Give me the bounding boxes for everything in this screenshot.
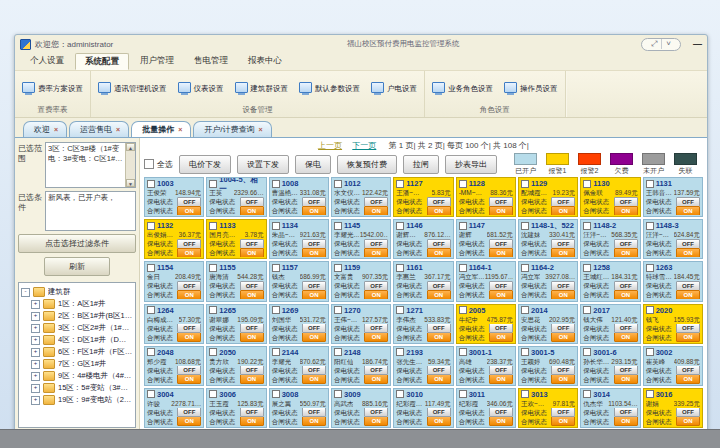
protect-off-button[interactable]: OFF	[177, 366, 201, 375]
selected-range-listbox[interactable]: 3区：C区3#楼（1#变电：3#变电：C区1#… ▲ ▼	[45, 142, 136, 188]
close-on-button[interactable]: ON	[427, 206, 451, 215]
close-on-button[interactable]: ON	[614, 333, 638, 342]
close-on-button[interactable]: ON	[240, 333, 264, 342]
protect-off-button[interactable]: OFF	[427, 281, 451, 290]
protect-off-button[interactable]: OFF	[240, 239, 264, 248]
ribbon-button[interactable]: 通讯管理机设置	[96, 80, 169, 98]
minimize-icon[interactable]: —	[693, 40, 702, 48]
protect-off-button[interactable]: OFF	[364, 408, 388, 417]
protect-off-button[interactable]: OFF	[302, 324, 326, 333]
card-checkbox[interactable]	[521, 348, 529, 356]
protect-off-button[interactable]: OFF	[302, 408, 326, 417]
protect-off-button[interactable]: OFF	[551, 239, 575, 248]
card-checkbox[interactable]	[147, 180, 155, 188]
protect-off-button[interactable]: OFF	[676, 366, 700, 375]
protect-off-button[interactable]: OFF	[427, 197, 451, 206]
close-on-button[interactable]: ON	[177, 248, 201, 257]
close-on-button[interactable]: ON	[364, 333, 388, 342]
close-on-button[interactable]: ON	[551, 290, 575, 299]
ribbon-button[interactable]: 费率方案设置	[20, 80, 85, 98]
expander-closed-icon[interactable]: +	[31, 384, 40, 393]
close-on-button[interactable]: ON	[240, 206, 264, 215]
close-on-button[interactable]: ON	[676, 290, 700, 299]
protect-off-button[interactable]: OFF	[427, 408, 451, 417]
card-checkbox[interactable]	[334, 390, 342, 398]
close-on-button[interactable]: ON	[676, 417, 700, 426]
protect-off-button[interactable]: OFF	[676, 408, 700, 417]
protect-off-button[interactable]: OFF	[614, 408, 638, 417]
close-on-button[interactable]: ON	[177, 417, 201, 426]
prev-page-link[interactable]: 上一页	[318, 141, 342, 150]
close-on-button[interactable]: ON	[364, 417, 388, 426]
tree-item-2[interactable]: +3区：C区2#井（1#变…	[21, 322, 133, 334]
close-on-button[interactable]: ON	[676, 333, 700, 342]
close-on-button[interactable]: ON	[489, 417, 513, 426]
protect-off-button[interactable]: OFF	[177, 324, 201, 333]
card-checkbox[interactable]	[209, 306, 217, 314]
protect-off-button[interactable]: OFF	[614, 239, 638, 248]
protect-off-button[interactable]: OFF	[240, 281, 264, 290]
card-checkbox[interactable]	[583, 306, 591, 314]
selected-condition-box[interactable]: 新风表，已开户表，	[45, 191, 136, 231]
protect-off-button[interactable]: OFF	[551, 197, 575, 206]
close-on-button[interactable]: ON	[177, 375, 201, 384]
protect-off-button[interactable]: OFF	[364, 324, 388, 333]
close-icon[interactable]: ×	[54, 126, 58, 133]
close-on-button[interactable]: ON	[177, 290, 201, 299]
protect-off-button[interactable]: OFF	[489, 408, 513, 417]
select-all[interactable]: 全选	[144, 159, 173, 170]
refresh-button[interactable]: 刷新	[44, 257, 110, 276]
card-checkbox[interactable]	[583, 348, 591, 356]
ribbon-button[interactable]: 业务角色设置	[430, 80, 495, 98]
close-on-button[interactable]: ON	[364, 290, 388, 299]
card-checkbox[interactable]	[147, 264, 155, 272]
card-checkbox[interactable]	[209, 180, 217, 188]
choose-filter-button[interactable]: 点击选择过滤条件	[18, 234, 136, 253]
close-on-button[interactable]: ON	[676, 248, 700, 257]
card-checkbox[interactable]	[147, 222, 155, 230]
card-checkbox[interactable]	[147, 390, 155, 398]
protect-off-button[interactable]: OFF	[489, 197, 513, 206]
card-checkbox[interactable]	[334, 306, 342, 314]
batch-button-2[interactable]: 保电	[295, 155, 331, 174]
card-checkbox[interactable]	[646, 348, 654, 356]
chevron-down-icon[interactable]: ˅	[661, 39, 675, 49]
menu-tab-0[interactable]: 个人设置	[21, 53, 73, 70]
card-checkbox[interactable]	[334, 180, 342, 188]
close-on-button[interactable]: ON	[676, 375, 700, 384]
card-checkbox[interactable]	[583, 390, 591, 398]
card-checkbox[interactable]	[396, 180, 404, 188]
close-on-button[interactable]: ON	[240, 248, 264, 257]
card-checkbox[interactable]	[334, 264, 342, 272]
card-checkbox[interactable]	[272, 306, 280, 314]
protect-off-button[interactable]: OFF	[427, 324, 451, 333]
close-on-button[interactable]: ON	[489, 290, 513, 299]
tree-item-1[interactable]: +2区：B区1#井(B区1#…	[21, 310, 133, 322]
expander-open-icon[interactable]: -	[21, 288, 30, 297]
expander-closed-icon[interactable]: +	[31, 324, 40, 333]
close-on-button[interactable]: ON	[427, 375, 451, 384]
card-checkbox[interactable]	[334, 222, 342, 230]
close-on-button[interactable]: ON	[427, 417, 451, 426]
restore-icon[interactable]: ⤢	[647, 39, 661, 49]
expander-closed-icon[interactable]: +	[31, 360, 40, 369]
protect-off-button[interactable]: OFF	[302, 197, 326, 206]
protect-off-button[interactable]: OFF	[240, 408, 264, 417]
card-checkbox[interactable]	[209, 390, 217, 398]
protect-off-button[interactable]: OFF	[302, 281, 326, 290]
protect-off-button[interactable]: OFF	[614, 324, 638, 333]
protect-off-button[interactable]: OFF	[489, 239, 513, 248]
expander-closed-icon[interactable]: +	[31, 312, 40, 321]
close-on-button[interactable]: ON	[614, 206, 638, 215]
card-checkbox[interactable]	[459, 180, 467, 188]
tree-item-7[interactable]: +15区：5#变站（3#变…	[21, 382, 133, 394]
listbox-scrollbar[interactable]: ▲ ▼	[125, 143, 135, 187]
card-checkbox[interactable]	[396, 390, 404, 398]
select-all-checkbox[interactable]	[144, 159, 154, 169]
card-checkbox[interactable]	[646, 180, 654, 188]
protect-off-button[interactable]: OFF	[302, 366, 326, 375]
tree-root[interactable]: -建筑群	[21, 286, 133, 298]
protect-off-button[interactable]: OFF	[614, 197, 638, 206]
card-checkbox[interactable]	[646, 390, 654, 398]
protect-off-button[interactable]: OFF	[364, 197, 388, 206]
